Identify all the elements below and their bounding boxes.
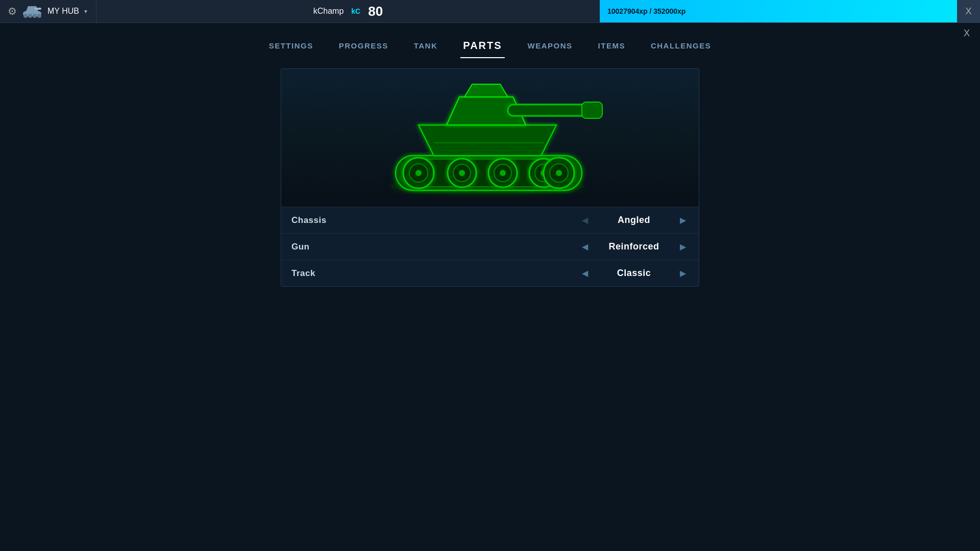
tank-image	[368, 77, 612, 199]
username-label: kChamp	[313, 7, 344, 16]
chassis-value: Angled	[598, 215, 670, 226]
gun-row: Gun ◀ Reinforced ▶	[281, 233, 699, 260]
svg-point-6	[37, 14, 41, 18]
xp-bar: 10027904xp / 352000xp	[600, 0, 957, 22]
gear-icon[interactable]: ⚙	[8, 5, 17, 17]
chassis-label: Chassis	[291, 215, 579, 226]
gun-label: Gun	[291, 242, 579, 252]
nav-item-weapons[interactable]: WEAPONS	[525, 37, 575, 54]
track-arrow-right[interactable]: ▶	[677, 266, 689, 281]
svg-point-24	[556, 170, 562, 176]
chassis-arrow-right[interactable]: ▶	[677, 213, 689, 228]
gun-selector: ◀ Reinforced ▶	[579, 239, 689, 254]
kc-badge: kC	[351, 7, 360, 15]
nav-item-settings[interactable]: SETTINGS	[266, 37, 316, 54]
svg-point-12	[415, 170, 422, 176]
chassis-row: Chassis ◀ Angled ▶	[281, 207, 699, 233]
level-badge: 80	[368, 4, 383, 19]
gun-arrow-right[interactable]: ▶	[677, 239, 689, 254]
topbar: ⚙ MY HUB ▼ kChamp kC 80 10027904xp / 352…	[0, 0, 980, 23]
svg-point-3	[23, 14, 28, 18]
svg-rect-28	[508, 105, 592, 116]
hub-label: MY HUB	[47, 7, 79, 16]
svg-point-5	[33, 14, 37, 18]
main-content: Chassis ◀ Angled ▶ Gun ◀ Reinforced ▶ Tr…	[0, 68, 980, 287]
nav-item-progress[interactable]: PROGRESS	[336, 37, 391, 54]
tank-display	[281, 69, 699, 207]
track-arrow-left[interactable]: ◀	[579, 266, 591, 281]
nav-item-challenges[interactable]: CHALLENGES	[648, 37, 714, 54]
track-value: Classic	[598, 268, 670, 279]
gun-arrow-left[interactable]: ◀	[579, 239, 591, 254]
svg-point-18	[500, 170, 506, 176]
nav-item-tank[interactable]: TANK	[411, 37, 440, 54]
xp-text: 10027904xp / 352000xp	[607, 7, 685, 15]
svg-rect-29	[582, 102, 602, 118]
svg-marker-25	[419, 125, 556, 156]
parts-panel: Chassis ◀ Angled ▶ Gun ◀ Reinforced ▶ Tr…	[281, 68, 699, 287]
parts-list: Chassis ◀ Angled ▶ Gun ◀ Reinforced ▶ Tr…	[281, 207, 699, 286]
hub-section[interactable]: ⚙ MY HUB ▼	[0, 0, 96, 22]
gun-value: Reinforced	[598, 241, 670, 252]
svg-marker-27	[464, 84, 508, 97]
svg-point-4	[28, 14, 32, 18]
svg-rect-2	[34, 8, 41, 10]
nav-item-parts[interactable]: PARTS	[460, 36, 504, 56]
close-top-button[interactable]: X	[957, 0, 980, 23]
track-label: Track	[291, 268, 579, 279]
chevron-down-icon[interactable]: ▼	[83, 9, 88, 14]
svg-point-15	[459, 170, 465, 176]
track-row: Track ◀ Classic ▶	[281, 260, 699, 286]
main-nav: SETTINGS PROGRESS TANK PARTS WEAPONS ITE…	[0, 23, 980, 68]
chassis-selector: ◀ Angled ▶	[579, 213, 689, 228]
tank-icon-small	[21, 4, 43, 18]
center-info: kChamp kC 80	[96, 4, 600, 19]
chassis-arrow-left[interactable]: ◀	[579, 213, 591, 228]
nav-item-items[interactable]: ITEMS	[596, 37, 628, 54]
track-selector: ◀ Classic ▶	[579, 266, 689, 281]
